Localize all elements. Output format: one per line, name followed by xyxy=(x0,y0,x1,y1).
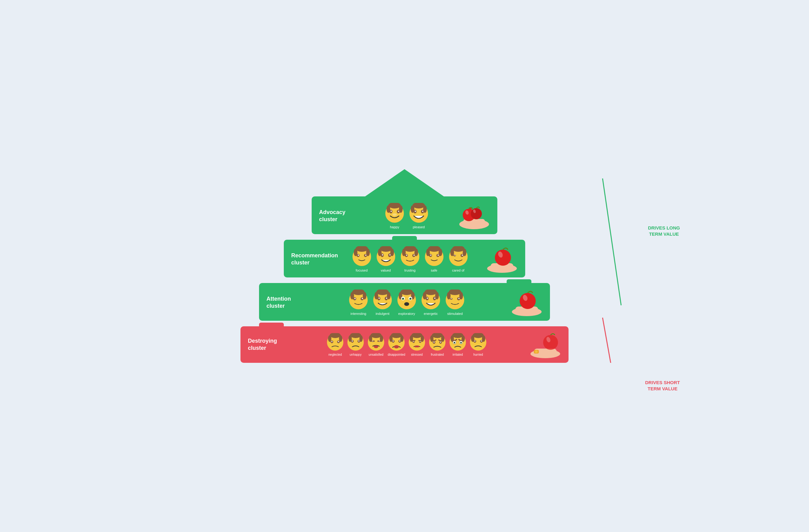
advocacy-faces: happy pleased xyxy=(359,203,454,229)
focused-face-svg xyxy=(351,246,372,267)
svg-point-105 xyxy=(447,292,451,299)
svg-line-190 xyxy=(603,178,621,305)
svg-line-191 xyxy=(603,318,624,363)
advocacy-body: Advocacycluster xyxy=(312,196,497,234)
svg-point-110 xyxy=(458,298,460,299)
face-focused: focused xyxy=(351,246,372,272)
advocacy-roof xyxy=(364,169,445,197)
attention-cluster: Attentioncluster interesting xyxy=(259,283,550,321)
energetic-face-svg xyxy=(420,289,441,311)
svg-point-121 xyxy=(331,341,333,342)
pleased-face-svg xyxy=(408,203,429,224)
face-disappointed-label: disappointed xyxy=(388,353,406,356)
svg-point-138 xyxy=(379,340,380,341)
svg-point-148 xyxy=(394,345,399,348)
svg-point-109 xyxy=(451,298,452,299)
svg-point-63 xyxy=(462,254,463,256)
unhappy-face-svg xyxy=(346,333,365,352)
svg-point-183 xyxy=(481,340,482,341)
svg-point-30 xyxy=(358,254,359,256)
face-energetic: energetic xyxy=(420,289,441,316)
recommendation-body: Recommendationcluster focused xyxy=(284,240,525,278)
neglected-face-svg xyxy=(326,333,344,352)
svg-point-31 xyxy=(365,254,366,256)
svg-point-38 xyxy=(382,254,383,255)
svg-point-165 xyxy=(440,341,441,343)
svg-point-117 xyxy=(328,335,331,342)
svg-point-83 xyxy=(386,298,387,299)
face-frustrated-label: frustrated xyxy=(431,353,444,356)
svg-point-39 xyxy=(389,254,391,255)
advocacy-label: Advocacycluster xyxy=(319,209,359,223)
svg-point-155 xyxy=(413,341,414,342)
svg-point-46 xyxy=(406,254,407,256)
advocacy-apple xyxy=(457,202,491,230)
svg-point-8 xyxy=(399,206,403,213)
irritated-face-svg xyxy=(448,333,467,352)
face-indulgent-label: indulgent xyxy=(376,312,390,316)
svg-point-5 xyxy=(392,213,397,216)
face-stressed: stressed xyxy=(408,333,426,356)
svg-point-62 xyxy=(454,255,455,256)
svg-point-47 xyxy=(413,254,415,256)
recommendation-label: Recommendationcluster xyxy=(291,252,338,267)
advocacy-apple-svg xyxy=(457,202,491,230)
happy-face-svg xyxy=(384,203,405,224)
svg-point-175 xyxy=(461,342,462,343)
svg-point-118 xyxy=(339,335,342,342)
svg-point-139 xyxy=(374,345,378,348)
drives-long-label: DRIVES LONGTERM VALUE xyxy=(648,225,680,237)
svg-point-4 xyxy=(398,211,399,212)
face-stressed-label: stressed xyxy=(411,353,423,356)
face-valued: valued xyxy=(375,246,396,272)
svg-rect-187 xyxy=(535,351,538,353)
destroying-faces: neglected unhappy xyxy=(288,333,525,356)
face-hurried-label: hurried xyxy=(473,353,483,356)
svg-point-55 xyxy=(437,254,439,256)
face-hurried: hurried xyxy=(469,333,487,356)
svg-point-113 xyxy=(520,293,536,309)
svg-point-93 xyxy=(410,298,411,299)
attention-label: Attentioncluster xyxy=(266,295,307,310)
svg-point-130 xyxy=(358,340,360,341)
face-neglected-label: neglected xyxy=(328,353,342,356)
hurried-face-svg xyxy=(469,333,487,352)
face-frustrated: frustrated xyxy=(428,333,447,356)
svg-point-82 xyxy=(379,298,380,299)
face-irritated: irritated xyxy=(448,333,467,356)
svg-point-137 xyxy=(372,340,373,341)
face-valued-label: valued xyxy=(381,268,391,272)
destroying-apple xyxy=(528,331,562,358)
destroying-cluster: Destroyingcluster neglecte xyxy=(240,326,569,363)
face-unhappy-label: unhappy xyxy=(350,353,361,356)
face-cared: cared of xyxy=(448,246,469,272)
svg-point-21 xyxy=(471,208,482,219)
attention-apple xyxy=(510,288,544,316)
face-exploratory: exploratory xyxy=(396,289,417,316)
face-interesting-label: interesting xyxy=(351,312,366,316)
trusting-face-svg xyxy=(399,246,420,267)
svg-rect-157 xyxy=(415,345,419,347)
face-neglected: neglected xyxy=(326,333,344,356)
svg-point-75 xyxy=(362,298,363,299)
recommendation-faces: focused valued xyxy=(338,246,482,272)
attention-faces: interesting indulgent xyxy=(307,289,506,316)
face-disappointed: disappointed xyxy=(387,333,406,356)
face-focused-label: focused xyxy=(356,268,368,272)
drives-long-term: DRIVES LONGTERM VALUE xyxy=(648,225,680,237)
face-trusting: trusting xyxy=(399,246,420,272)
svg-point-122 xyxy=(338,341,339,342)
svg-point-74 xyxy=(355,298,356,299)
exploratory-face-svg xyxy=(396,289,417,311)
svg-point-54 xyxy=(430,254,431,256)
main-container: Advocacycluster xyxy=(234,169,575,363)
face-energetic-label: energetic xyxy=(424,312,437,316)
face-unsatisfied-label: unsatisfied xyxy=(368,353,383,356)
svg-point-182 xyxy=(475,340,476,341)
svg-point-147 xyxy=(399,340,400,341)
face-safe-label: safe xyxy=(431,268,437,272)
face-exploratory-label: exploratory xyxy=(398,312,415,316)
destroying-apple-svg xyxy=(528,331,562,358)
svg-point-3 xyxy=(391,211,392,212)
face-trusting-label: trusting xyxy=(404,268,415,272)
